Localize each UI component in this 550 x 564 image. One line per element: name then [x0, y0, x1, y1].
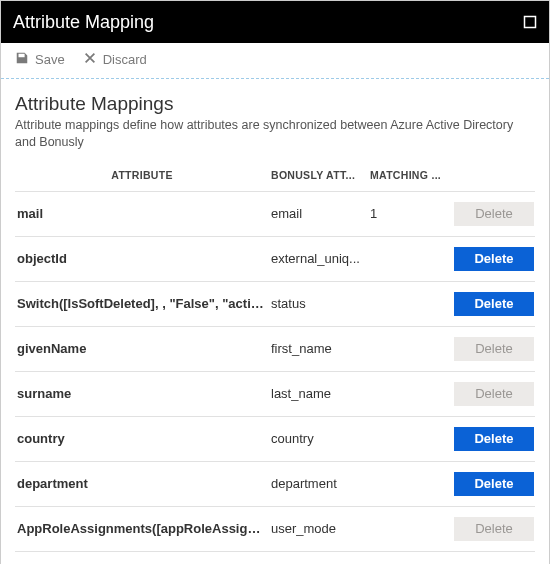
col-matching: MATCHING ...: [370, 169, 450, 181]
bonusly-attribute-cell: email: [271, 206, 366, 221]
bonusly-attribute-cell: external_uniq...: [271, 251, 366, 266]
save-icon: [15, 51, 29, 68]
delete-button[interactable]: Delete: [454, 247, 534, 271]
attribute-cell: mail: [17, 206, 267, 221]
delete-button: Delete: [454, 202, 534, 226]
bonusly-attribute-cell: department: [271, 476, 366, 491]
bonusly-attribute-cell: last_name: [271, 386, 366, 401]
attribute-cell: Switch([IsSoftDeleted], , "False", "acti…: [17, 296, 267, 311]
attribute-cell: country: [17, 431, 267, 446]
table-row[interactable]: givenNamefirst_nameDelete: [15, 326, 535, 371]
table-row[interactable]: mailemail1Delete: [15, 191, 535, 236]
col-attribute: ATTRIBUTE: [17, 169, 267, 181]
grid-header: ATTRIBUTE BONUSLY ATT... MATCHING ...: [15, 163, 535, 191]
bonusly-attribute-cell: country: [271, 431, 366, 446]
bonusly-attribute-cell: status: [271, 296, 366, 311]
attribute-cell: department: [17, 476, 267, 491]
table-row[interactable]: objectIdexternal_uniq...Delete: [15, 236, 535, 281]
delete-button: Delete: [454, 382, 534, 406]
table-row[interactable]: departmentdepartmentDelete: [15, 461, 535, 506]
attribute-cell: objectId: [17, 251, 267, 266]
matching-cell: 1: [370, 206, 450, 221]
close-icon: [83, 51, 97, 68]
command-bar: Save Discard: [1, 43, 549, 79]
delete-button: Delete: [454, 517, 534, 541]
delete-button: Delete: [454, 337, 534, 361]
delete-button[interactable]: Delete: [454, 427, 534, 451]
bonusly-attribute-cell: first_name: [271, 341, 366, 356]
svg-rect-0: [525, 17, 536, 28]
col-bonusly: BONUSLY ATT...: [271, 169, 366, 181]
table-row[interactable]: Switch([IsSoftDeleted], , "False", "acti…: [15, 281, 535, 326]
table-row[interactable]: countrycountryDelete: [15, 416, 535, 461]
attribute-cell: surname: [17, 386, 267, 401]
section-heading: Attribute Mappings: [15, 93, 535, 115]
save-label: Save: [35, 52, 65, 67]
delete-button[interactable]: Delete: [454, 292, 534, 316]
discard-button[interactable]: Discard: [83, 51, 147, 68]
discard-label: Discard: [103, 52, 147, 67]
delete-button[interactable]: Delete: [454, 472, 534, 496]
page-title: Attribute Mapping: [13, 12, 154, 33]
title-bar: Attribute Mapping: [1, 1, 549, 43]
save-button[interactable]: Save: [15, 51, 65, 68]
table-row[interactable]: AppRoleAssignments([appRoleAssignments])…: [15, 506, 535, 552]
attribute-mappings-grid: ATTRIBUTE BONUSLY ATT... MATCHING ... ma…: [15, 163, 535, 552]
attribute-cell: AppRoleAssignments([appRoleAssignments]): [17, 521, 267, 536]
table-row[interactable]: surnamelast_nameDelete: [15, 371, 535, 416]
attribute-cell: givenName: [17, 341, 267, 356]
section-description: Attribute mappings define how attributes…: [15, 117, 535, 151]
maximize-icon[interactable]: [523, 15, 537, 29]
add-new-mapping-link[interactable]: Add New Mapping: [15, 552, 535, 564]
bonusly-attribute-cell: user_mode: [271, 521, 366, 536]
